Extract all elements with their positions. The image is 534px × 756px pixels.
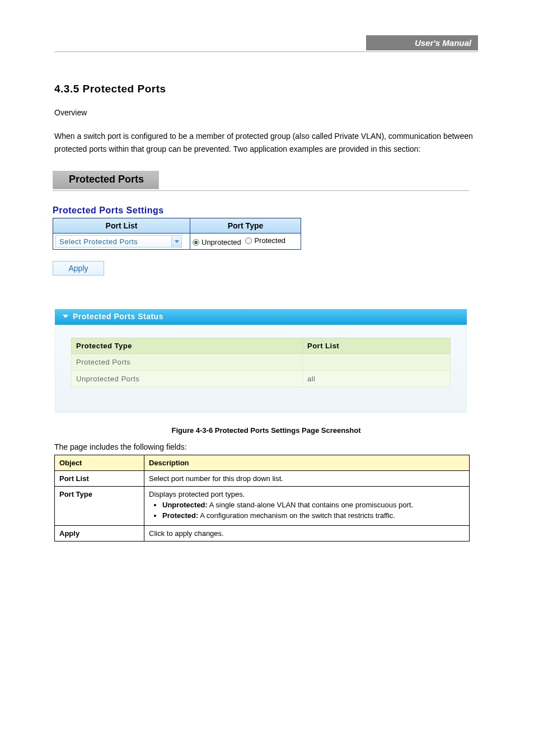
- obj-header-2: Description: [144, 455, 470, 471]
- table-row: Port List Select port number for this dr…: [55, 471, 470, 487]
- status-type-1: Unprotected Ports: [72, 371, 303, 388]
- bullet-0-t: A single stand-alone VLAN that contains …: [208, 501, 413, 509]
- table-row: Protected Ports: [72, 354, 451, 371]
- section-title: 4.3.5 Protected Ports: [54, 83, 478, 95]
- radio-protected[interactable]: Protected: [245, 236, 285, 245]
- obj-1: Port Type: [55, 487, 144, 526]
- col-port-list: Port List: [53, 218, 190, 234]
- panel-divider: [53, 190, 469, 191]
- status-list-0: [302, 354, 450, 371]
- radio-protected-label: Protected: [254, 236, 285, 245]
- dropdown-button[interactable]: [171, 236, 181, 247]
- desc-1-intro: Displays protected port types.: [149, 490, 245, 498]
- chevron-down-icon: [63, 315, 68, 318]
- obj-header-1: Object: [55, 455, 144, 471]
- status-col-list: Port List: [302, 338, 450, 354]
- chevron-down-icon: [175, 240, 179, 243]
- status-header[interactable]: Protected Ports Status: [55, 309, 467, 325]
- status-col-type: Protected Type: [72, 338, 303, 354]
- desc-1-list: Unprotected: A single stand-alone VLAN t…: [162, 501, 465, 520]
- section-description: When a switch port is configured to be a…: [54, 130, 478, 155]
- page-header-bar: User's Manual: [54, 35, 478, 50]
- status-body: Protected Type Port List Protected Ports…: [55, 325, 467, 413]
- status-header-label: Protected Ports Status: [73, 312, 163, 321]
- settings-table: Port List Port Type Select Protected Por…: [53, 218, 301, 250]
- apply-button[interactable]: Apply: [53, 261, 104, 276]
- desc-2: Click to apply changes.: [144, 526, 470, 542]
- dropdown-text: Select Protected Ports: [59, 237, 138, 246]
- status-table: Protected Type Port List Protected Ports…: [71, 338, 451, 388]
- desc-0: Select port number for this drop down li…: [144, 471, 470, 487]
- figure-caption: Figure 4-3-6 Protected Ports Settings Pa…: [54, 426, 478, 435]
- radio-unprotected[interactable]: Unprotected: [193, 238, 241, 246]
- table-row: Unprotected Ports all: [72, 371, 451, 388]
- manual-label: User's Manual: [366, 35, 478, 50]
- obj-0: Port List: [55, 471, 144, 487]
- ui-screenshot: Protected Ports Protected Ports Settings…: [53, 171, 469, 415]
- obj-2: Apply: [55, 526, 144, 542]
- radio-icon: [245, 237, 252, 244]
- settings-heading: Protected Ports Settings: [53, 206, 469, 216]
- bullet-1-t: A configuration mechanism on the switch …: [198, 511, 395, 520]
- radio-icon: [193, 239, 199, 246]
- list-item: Unprotected: A single stand-alone VLAN t…: [162, 501, 465, 509]
- radio-unprotected-label: Unprotected: [202, 238, 241, 246]
- object-description-table: Object Description Port List Select port…: [54, 455, 470, 542]
- table-row: Apply Click to apply changes.: [55, 526, 470, 542]
- status-type-0: Protected Ports: [72, 354, 303, 371]
- status-panel: Protected Ports Status Protected Type Po…: [53, 307, 469, 415]
- header-underline: [54, 50, 478, 52]
- desc-1: Displays protected port types. Unprotect…: [144, 487, 470, 526]
- list-item: Protected: A configuration mechanism on …: [162, 511, 465, 520]
- port-list-dropdown[interactable]: Select Protected Ports: [55, 235, 182, 248]
- section-number: 4.3.5: [54, 83, 79, 95]
- bullet-1-b: Protected:: [162, 511, 198, 520]
- table-row: Port Type Displays protected port types.…: [55, 487, 470, 526]
- col-port-type: Port Type: [190, 218, 301, 234]
- bullet-0-b: Unprotected:: [162, 501, 208, 509]
- section-name: Protected Ports: [83, 83, 166, 95]
- fields-intro: The page includes the following fields:: [54, 442, 478, 451]
- panel-title: Protected Ports: [53, 171, 159, 189]
- section-overview-label: Overview: [54, 106, 478, 119]
- status-list-1: all: [302, 371, 450, 388]
